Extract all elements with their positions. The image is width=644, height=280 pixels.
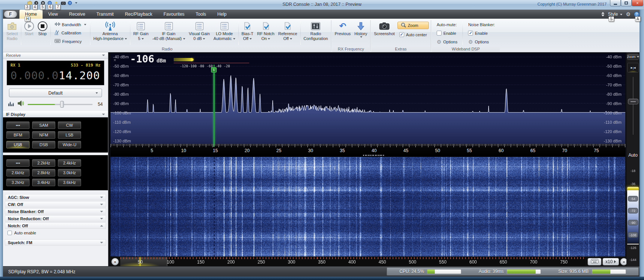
bandwidth-button[interactable]: 3.6kHz: [58, 179, 81, 186]
speaker-icon[interactable]: [18, 101, 24, 108]
noise-blanker-enable-checkbox[interactable]: ✓ Enable: [466, 30, 497, 37]
ribbon-tab[interactable]: Receive: [64, 10, 91, 19]
application-menu-button[interactable]: F: [4, 10, 17, 18]
auto-center-checkbox[interactable]: ✓ Auto center: [397, 31, 429, 38]
scale-handle[interactable]: -90: [628, 220, 638, 225]
spectrum-display[interactable]: × -40 dBm-50 dBm-60 dBm-70 dBm-80 dBm-90…: [111, 53, 625, 144]
rf-gain-button[interactable]: RF Gain 5: [131, 20, 151, 46]
navigator-ruler[interactable]: 5010015020025030035040045050055060065070…: [120, 257, 585, 266]
mode-button[interactable]: LSB: [58, 131, 81, 139]
title-bar[interactable]: ★ ? 34567 SDR Console :: Jan 08, 2017 ::…: [0, 0, 644, 10]
slider-track[interactable]: [632, 76, 634, 135]
style-menu[interactable]: Style: [608, 12, 622, 17]
ribbon-tab[interactable]: Rec/Playback: [119, 10, 158, 19]
screenshot-button[interactable]: Screenshot: [372, 20, 397, 46]
close-button[interactable]: ×: [632, 0, 643, 6]
frequency-digits[interactable]: 0.000.014.200: [10, 68, 100, 83]
noise-blanker-options-button[interactable]: ⚙ Options: [466, 38, 497, 45]
radio-configuration-button[interactable]: Radio Configuration: [302, 20, 330, 46]
stop-button[interactable]: Stop: [36, 20, 49, 46]
auto-mute-options-button[interactable]: ⚙ Options: [435, 38, 459, 45]
antenna-button[interactable]: Antenna High-Impedance: [92, 20, 129, 46]
calibration-button[interactable]: Calibration: [53, 30, 88, 37]
mode-button[interactable]: CW: [58, 121, 81, 129]
if-display-header[interactable]: IF Display: [3, 111, 108, 117]
spectrum-zoom-button[interactable]: Zoom: [627, 54, 639, 60]
mode-button[interactable]: SAM: [32, 121, 55, 129]
spectrum-zoom-slider[interactable]: [629, 76, 637, 135]
visual-gain-button[interactable]: Visual Gain 0 dB: [187, 20, 212, 46]
history-button[interactable]: History: [353, 20, 369, 46]
scale-handle[interactable]: -72: [628, 208, 638, 213]
ribbon-tab[interactable]: Transmit: [91, 10, 119, 19]
scale-handle[interactable]: -54: [628, 196, 638, 201]
mode-button[interactable]: DSB: [32, 141, 55, 148]
bandwidth-button[interactable]: 2.6kHz: [6, 169, 30, 176]
select-radio-button[interactable]: Select Radio: [4, 20, 20, 46]
maximize-button[interactable]: [621, 0, 632, 6]
waterfall-color-scale[interactable]: -18 -36 -54 -72 -90 -108 -126 -144: [627, 161, 639, 265]
ribbon-tab[interactable]: Favourites: [158, 10, 190, 19]
ribbon-collapse-icon[interactable]: [601, 12, 604, 16]
ribbon-tab[interactable]: Home: [19, 10, 43, 19]
ribbon-tab[interactable]: View: [43, 10, 64, 19]
mode-button[interactable]: Wide-U: [58, 141, 81, 148]
scroll-left-button[interactable]: «: [111, 258, 119, 265]
notch-auto-enable-checkbox[interactable]: Auto enable: [7, 230, 103, 236]
mode-button[interactable]: •••: [6, 121, 30, 129]
settings-gear-icon[interactable]: ⚙: [626, 12, 631, 17]
accordion-section-squelch[interactable]: Squelch: FM: [5, 239, 106, 246]
bandwidth-button[interactable]: •••: [6, 159, 30, 167]
accordion-sections: AGC: Slow CW: Off Noise Blanker: Off Noi…: [3, 193, 108, 222]
mode-button[interactable]: BFM: [6, 131, 30, 139]
db-axis-label: -50 dBm: [604, 64, 622, 68]
scale-handle[interactable]: -108: [628, 232, 638, 238]
bandwidth-button[interactable]: 2.4kHz: [58, 159, 81, 167]
minimize-button[interactable]: [610, 0, 621, 6]
frequency-button[interactable]: Frequency: [53, 38, 88, 45]
bandwidth-button[interactable]: 2.8kHz: [32, 169, 55, 176]
mode-button[interactable]: USB: [6, 141, 30, 148]
profile-select[interactable]: Default: [9, 89, 102, 97]
scale-lower-handle[interactable]: [627, 244, 639, 244]
waterfall-auto-label[interactable]: Auto: [626, 153, 640, 158]
accordion-section[interactable]: Noise Reduction: Off: [5, 215, 106, 222]
equalizer-icon[interactable]: [8, 101, 14, 108]
zoom-button[interactable]: Zoom: [397, 22, 429, 29]
accordion-section[interactable]: CW: Off: [5, 201, 106, 207]
accordion-section[interactable]: Noise Blanker: Off: [5, 208, 106, 215]
chevron-down-icon[interactable]: [102, 55, 105, 56]
previous-button[interactable]: ↶ Previous: [333, 20, 353, 46]
if-gain-button[interactable]: IF Gain -40 dB (Manual): [151, 20, 187, 46]
accordion-section[interactable]: AGC: Slow: [5, 194, 106, 200]
slider-handle[interactable]: [60, 101, 64, 108]
mode-button[interactable]: NFM: [32, 131, 55, 139]
bandwidth-button[interactable]: Bandwidth: [53, 21, 88, 28]
receive-panel-header[interactable]: Receive: [3, 52, 108, 59]
accordion-section-notch[interactable]: Notch: Off: [5, 222, 106, 229]
slider-handle[interactable]: [628, 99, 638, 104]
rf-notch-button[interactable]: RF Notch On: [255, 20, 276, 46]
frequency-display[interactable]: RX 1 533 - 819 Hz 0.000.014.200: [7, 61, 104, 85]
auto-mute-enable-checkbox[interactable]: Enable: [435, 30, 459, 37]
bandwidth-button[interactable]: 3.2kHz: [6, 179, 30, 186]
center-spectrum-button[interactable]: ►|◄: [627, 63, 639, 73]
waterfall-display[interactable]: [111, 157, 625, 256]
reference-button[interactable]: Reference Off: [276, 20, 299, 46]
bandwidth-button[interactable]: 3.4kHz: [32, 179, 55, 186]
ribbon-tab[interactable]: Help: [212, 10, 232, 19]
enter-frequency-button[interactable]: [588, 258, 601, 265]
frequency-ruler[interactable]: 51015202530354045505560657075: [111, 144, 625, 156]
scale-upper-handle[interactable]: [627, 187, 639, 190]
start-button[interactable]: Start: [22, 20, 36, 46]
close-icon[interactable]: ×: [114, 58, 116, 62]
zoom-factor-button[interactable]: x10: [603, 258, 619, 265]
lo-mode-button[interactable]: LO Mode Automatic: [212, 20, 237, 46]
ribbon-tab[interactable]: Tools: [190, 10, 212, 19]
bandwidth-button[interactable]: 3.0kHz: [58, 169, 81, 176]
bias-t-button[interactable]: Bias-T Off: [240, 20, 256, 46]
rx-marker-flag[interactable]: 1: [211, 67, 217, 73]
bandwidth-button[interactable]: 2.2kHz: [32, 159, 55, 167]
rx-marker-line[interactable]: [213, 73, 215, 144]
volume-slider[interactable]: [28, 101, 93, 108]
